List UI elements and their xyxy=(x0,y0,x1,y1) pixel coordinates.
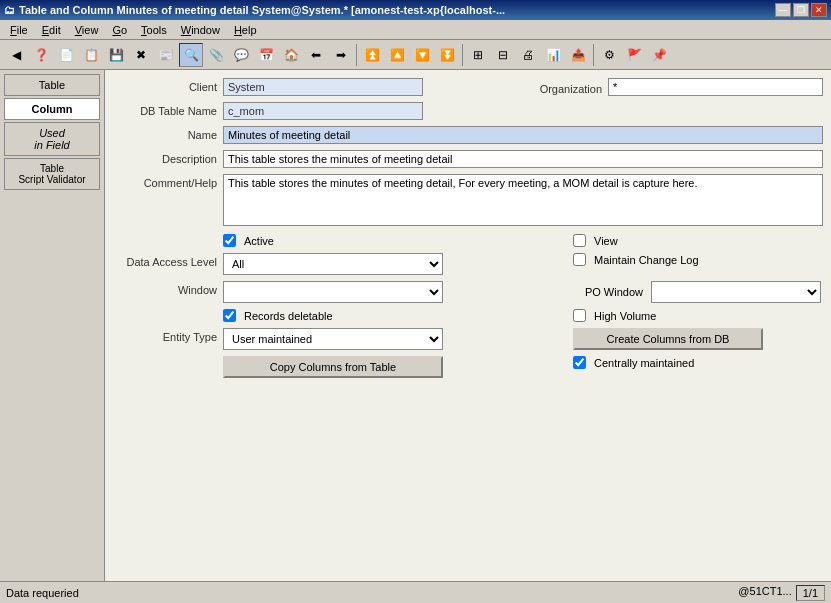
collapse-button[interactable]: ⊟ xyxy=(491,43,515,67)
more-button[interactable]: ⚙ xyxy=(597,43,621,67)
next-rec-button[interactable]: 🔽 xyxy=(410,43,434,67)
calendar-button[interactable]: 📅 xyxy=(254,43,278,67)
menu-help[interactable]: Help xyxy=(228,22,263,38)
export-button[interactable]: 📤 xyxy=(566,43,590,67)
name-field[interactable] xyxy=(223,126,823,144)
print-button[interactable]: 🖨 xyxy=(516,43,540,67)
entity-type-select[interactable]: User maintained Dictionary Application C… xyxy=(223,328,443,350)
copy-columns-group: Copy Columns from Table xyxy=(223,356,557,378)
records-deletable-checkbox[interactable] xyxy=(223,309,236,322)
org-field[interactable] xyxy=(608,78,823,96)
extra-button[interactable]: 📌 xyxy=(647,43,671,67)
sidebar-tab-used-in-field[interactable]: Used in Field xyxy=(4,122,100,156)
restore-button[interactable]: ❐ xyxy=(793,3,809,17)
view-checkbox[interactable] xyxy=(573,234,586,247)
toolbar: ◀ ❓ 📄 📋 💾 ✖ 📰 🔍 📎 💬 📅 🏠 ⬅ ➡ ⏫ 🔼 🔽 ⏬ ⊞ ⊟ … xyxy=(0,40,831,70)
org-label: Organization xyxy=(528,80,608,95)
close-button[interactable]: ✕ xyxy=(811,3,827,17)
copy-button[interactable]: 📋 xyxy=(79,43,103,67)
client-label: Client xyxy=(113,78,223,93)
comment-field[interactable]: This table stores the minutes of meeting… xyxy=(223,174,823,226)
db-table-name-field[interactable] xyxy=(223,102,423,120)
po-window-group: PO Window xyxy=(573,281,823,303)
menu-file[interactable]: File xyxy=(4,22,34,38)
client-row: Client Organization xyxy=(113,78,823,96)
high-volume-group: High Volume xyxy=(573,309,823,322)
first-button[interactable]: ⏫ xyxy=(360,43,384,67)
active-checkbox[interactable] xyxy=(223,234,236,247)
attach-button[interactable]: 📎 xyxy=(204,43,228,67)
chat-button[interactable]: 💬 xyxy=(229,43,253,67)
org-group: Organization xyxy=(528,78,823,96)
description-field-wrap xyxy=(223,150,823,168)
records-deletable-group: Records deletable xyxy=(223,309,557,322)
data-access-label: Data Access Level xyxy=(113,253,223,268)
db-table-name-label: DB Table Name xyxy=(113,102,223,117)
status-text: Data requeried xyxy=(6,587,79,599)
maintain-change-log-group: Maintain Change Log xyxy=(573,253,823,266)
menu-edit[interactable]: Edit xyxy=(36,22,67,38)
home-button[interactable]: 🏠 xyxy=(279,43,303,67)
status-bar: Data requeried @51CT1... 1/1 xyxy=(0,581,831,603)
content-area: Client Organization DB Table Name Name xyxy=(105,70,831,581)
help-button[interactable]: ❓ xyxy=(29,43,53,67)
entity-type-field-wrap: User maintained Dictionary Application C… xyxy=(223,328,557,350)
sidebar-tab-table[interactable]: Table xyxy=(4,74,100,96)
save-button[interactable]: 💾 xyxy=(104,43,128,67)
active-group: Active xyxy=(223,234,557,247)
sidebar-tab-script-validator[interactable]: Table Script Validator xyxy=(4,158,100,190)
sidebar-tab-column[interactable]: Column xyxy=(4,98,100,120)
data-access-row: Data Access Level All Client Client+Org … xyxy=(113,253,823,275)
db-table-name-field-wrap xyxy=(223,102,823,120)
name-row: Name xyxy=(113,126,823,144)
create-columns-button[interactable]: Create Columns from DB xyxy=(573,328,763,350)
new-button[interactable]: 📄 xyxy=(54,43,78,67)
report-button[interactable]: 📊 xyxy=(541,43,565,67)
maintain-change-log-label: Maintain Change Log xyxy=(594,254,699,266)
centrally-maintained-checkbox[interactable] xyxy=(573,356,586,369)
menu-go[interactable]: Go xyxy=(106,22,133,38)
window-label: Window xyxy=(113,281,223,296)
window-select[interactable] xyxy=(223,281,443,303)
maintain-change-log-checkbox[interactable] xyxy=(573,253,586,266)
next-button[interactable]: ➡ xyxy=(329,43,353,67)
data-access-select[interactable]: All Client Client+Org System xyxy=(223,253,443,275)
name-label: Name xyxy=(113,126,223,141)
window-title: Table and Column Minutes of meeting deta… xyxy=(19,4,505,16)
copy-columns-spacer xyxy=(113,356,223,359)
copy-columns-button[interactable]: Copy Columns from Table xyxy=(223,356,443,378)
records-deletable-spacer xyxy=(113,309,223,312)
main-layout: Table Column Used in Field Table Script … xyxy=(0,70,831,581)
high-volume-checkbox[interactable] xyxy=(573,309,586,322)
last-button[interactable]: ⏬ xyxy=(435,43,459,67)
minimize-button[interactable]: — xyxy=(775,3,791,17)
page-info-badge: 1/1 xyxy=(796,585,825,601)
comment-label: Comment/Help xyxy=(113,174,223,189)
prev-rec-button[interactable]: 🔼 xyxy=(385,43,409,67)
view-group: View xyxy=(573,234,823,247)
comment-row: Comment/Help This table stores the minut… xyxy=(113,174,823,228)
comment-field-wrap: This table stores the minutes of meeting… xyxy=(223,174,823,228)
delete-button[interactable]: ✖ xyxy=(129,43,153,67)
view-label: View xyxy=(594,235,618,247)
data-access-field-wrap: All Client Client+Org System xyxy=(223,253,557,275)
db-table-name-row: DB Table Name xyxy=(113,102,823,120)
po-window-label: PO Window xyxy=(573,286,643,298)
prev-button[interactable]: ⬅ xyxy=(304,43,328,67)
title-bar: 🗂 Table and Column Minutes of meeting de… xyxy=(0,0,831,20)
po-window-select[interactable] xyxy=(651,281,821,303)
menu-window[interactable]: Window xyxy=(175,22,226,38)
menu-tools[interactable]: Tools xyxy=(135,22,173,38)
sidebar: Table Column Used in Field Table Script … xyxy=(0,70,105,581)
description-field[interactable] xyxy=(223,150,823,168)
menu-view[interactable]: View xyxy=(69,22,105,38)
centrally-maintained-group: Centrally maintained xyxy=(573,356,823,369)
find-button[interactable]: 🔍 xyxy=(179,43,203,67)
expand-button[interactable]: ⊞ xyxy=(466,43,490,67)
refresh-button[interactable]: 📰 xyxy=(154,43,178,67)
client-field[interactable] xyxy=(223,78,423,96)
toolbar-sep2 xyxy=(462,44,463,66)
back-button[interactable]: ◀ xyxy=(4,43,28,67)
client-field-wrap xyxy=(223,78,512,96)
flag-button[interactable]: 🚩 xyxy=(622,43,646,67)
